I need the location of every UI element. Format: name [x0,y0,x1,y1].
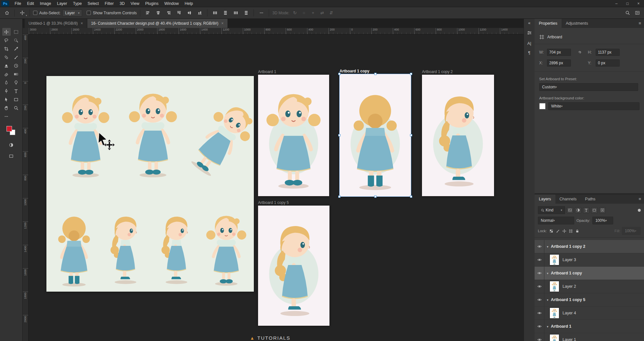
artboard-1-copy[interactable] [340,74,411,196]
align-top-icon[interactable] [175,9,183,17]
adjustment-layers-filter-icon[interactable] [575,207,581,213]
artboard-label[interactable]: Artboard 1 [258,69,276,74]
chevron-down-icon[interactable]: ▾ [544,245,551,248]
layer-row-artboard[interactable]: ▾ Artboard 1 [535,320,644,333]
menu-edit[interactable]: Edit [24,0,37,7]
tab-adjustments[interactable]: Adjustments [562,19,592,28]
filter-toggle[interactable] [638,209,641,212]
menu-image[interactable]: Image [37,0,54,7]
align-center-icon[interactable] [154,9,162,17]
visibility-toggle[interactable] [535,333,544,341]
layer-row-artboard[interactable]: ▾ Artboard 1 copy [535,267,644,280]
align-left-icon[interactable] [143,9,152,17]
opacity-dropdown[interactable]: 100% ▾ [592,217,613,224]
menu-layer[interactable]: Layer [54,0,70,7]
width-field[interactable] [547,49,571,56]
menu-window[interactable]: Window [161,0,181,7]
artboard-1-copy-2[interactable] [422,75,494,196]
height-field[interactable] [596,49,620,56]
layer-row[interactable]: Layer 1 [535,333,644,341]
chevron-down-icon[interactable]: ▾ [544,272,551,275]
horizontal-ruler[interactable]: 3000280026002400220020001800160014001200… [23,28,524,34]
clone-stamp-tool-icon[interactable] [2,62,11,69]
screen-mode-icon[interactable] [7,152,16,160]
document-tab-active[interactable]: 16- Consistent Character design.psd @ 40… [87,19,228,28]
healing-tool-icon[interactable] [2,53,11,61]
menu-file[interactable]: File [12,0,24,7]
paragraph-panel-icon[interactable]: ¶ [528,51,530,55]
panel-menu-icon[interactable]: ≡ [636,195,644,204]
menu-help[interactable]: Help [182,0,196,7]
vertical-ruler[interactable]: 4002000200400600800100012001400160018002… [23,34,29,341]
distribute-vertical-icon[interactable] [221,9,229,17]
maximize-button[interactable]: □ [622,0,633,7]
eraser-tool-icon[interactable] [2,70,11,78]
lock-transparent-icon[interactable] [549,229,553,233]
tab-properties[interactable]: Properties [535,19,562,28]
lock-all-icon[interactable] [575,229,579,233]
crop-tool-icon[interactable] [2,45,11,53]
marquee-tool-icon[interactable] [12,28,20,36]
distribute-spacing-h-icon[interactable] [231,9,240,17]
workspace-icon[interactable] [633,9,641,17]
visibility-toggle[interactable] [535,293,544,306]
auto-select-checkbox[interactable] [33,11,37,15]
close-tab-icon[interactable]: × [221,21,224,26]
selection-handle[interactable] [374,196,377,198]
link-dimensions-icon[interactable] [571,50,588,55]
minimize-button[interactable]: – [611,0,622,7]
close-button[interactable]: × [633,0,644,7]
path-select-tool-icon[interactable] [2,95,11,103]
y-field[interactable] [596,59,620,67]
menu-select[interactable]: Select [85,0,102,7]
lock-move-icon[interactable] [562,229,566,233]
menu-plugins[interactable]: Plugins [142,0,161,7]
layer-row[interactable]: Layer 4 [535,307,644,320]
selection-handle[interactable] [374,73,377,75]
quick-mask-icon[interactable] [7,141,16,149]
tab-paths[interactable]: Paths [581,195,600,204]
filter-kind-dropdown[interactable]: Kind ▾ [538,206,565,214]
menu-view[interactable]: View [128,0,142,7]
artboard-1[interactable] [258,75,329,196]
visibility-toggle[interactable] [535,280,544,293]
brush-tool-icon[interactable] [12,53,20,61]
distribute-horizontal-icon[interactable] [211,9,219,17]
smart-object-filter-icon[interactable] [599,207,606,213]
quick-select-tool-icon[interactable] [12,36,20,44]
canvas[interactable]: 4002000200400600800100012001400160018002… [23,34,524,341]
visibility-toggle[interactable] [535,307,544,320]
layer-row[interactable]: Layer 2 [535,280,644,293]
panel-menu-icon[interactable]: ≡ [636,19,644,28]
close-tab-icon[interactable]: × [81,21,83,26]
distribute-spacing-v-icon[interactable] [242,9,250,17]
visibility-toggle[interactable] [535,267,544,280]
eyedropper-tool-icon[interactable] [12,45,20,53]
hand-tool-icon[interactable] [2,104,11,112]
menu-type[interactable]: Type [70,0,85,7]
x-field[interactable] [547,59,571,67]
move-tool-badge-icon[interactable]: ▾ [18,9,26,17]
artboard-1-copy-5[interactable] [258,206,329,326]
layer-row-artboard[interactable]: ▾ Artboard 1 copy 2 [535,240,644,253]
blur-tool-icon[interactable] [2,79,11,86]
show-transform-checkbox[interactable] [87,11,91,15]
sliders-icon[interactable] [527,30,532,36]
dodge-tool-icon[interactable] [12,79,20,86]
menu-filter[interactable]: Filter [102,0,117,7]
pen-tool-icon[interactable] [2,87,11,95]
selection-handle[interactable] [338,73,341,75]
lasso-tool-icon[interactable] [2,36,11,44]
selection-handle[interactable] [410,73,412,75]
selection-handle[interactable] [410,134,412,136]
gradient-tool-icon[interactable] [12,70,20,78]
preset-dropdown[interactable]: Custom ▾ [539,83,638,91]
auto-select-mode-dropdown[interactable]: Layer▾ [62,9,82,17]
menu-3d[interactable]: 3D [117,0,128,7]
search-icon[interactable] [623,9,632,17]
document-tab[interactable]: Untitled-1 @ 33.3% (RGB/8) × [25,19,87,28]
visibility-toggle[interactable] [535,253,544,266]
artboard-label[interactable]: Artboard 1 copy 2 [422,69,453,74]
selection-handle[interactable] [410,196,412,198]
color-swatches[interactable] [6,126,17,136]
